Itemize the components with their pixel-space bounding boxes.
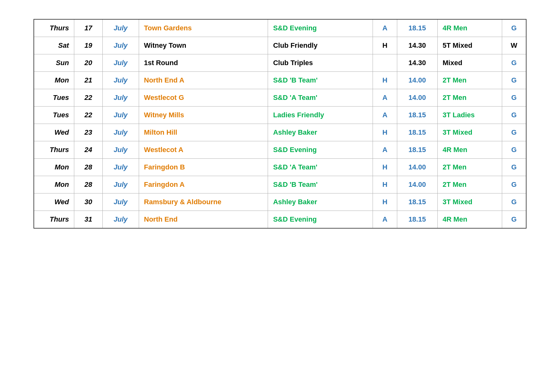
- table-row: Sun20July1st RoundClub Triples14.30Mixed…: [34, 54, 526, 72]
- table-row: Wed30JulyRamsbury & AldbourneAshley Bake…: [34, 193, 526, 211]
- table-row: Thurs24JulyWestlecot AS&D EveningA18.154…: [34, 141, 526, 159]
- table-row: Sat19JulyWitney TownClub FriendlyH14.305…: [34, 37, 526, 54]
- table-row: Thurs31JulyNorth EndS&D EveningA18.154R …: [34, 211, 526, 229]
- table-row: Mon21JulyNorth End AS&D 'B Team'H14.002T…: [34, 72, 526, 89]
- table-row: Mon28JulyFaringdon BS&D 'A Team'H14.002T…: [34, 159, 526, 176]
- table-row: Tues22JulyWitney MillsLadies FriendlyA18…: [34, 107, 526, 124]
- table-row: Mon28JulyFaringdon AS&D 'B Team'H14.002T…: [34, 176, 526, 193]
- table-row: Wed23JulyMilton HillAshley BakerH18.153T…: [34, 124, 526, 141]
- table-row: Tues22JulyWestlecot GS&D 'A Team'A14.002…: [34, 89, 526, 107]
- table-row: Thurs17JulyTown GardensS&D EveningA18.15…: [34, 19, 526, 37]
- schedule-table: Thurs17JulyTown GardensS&D EveningA18.15…: [33, 19, 527, 229]
